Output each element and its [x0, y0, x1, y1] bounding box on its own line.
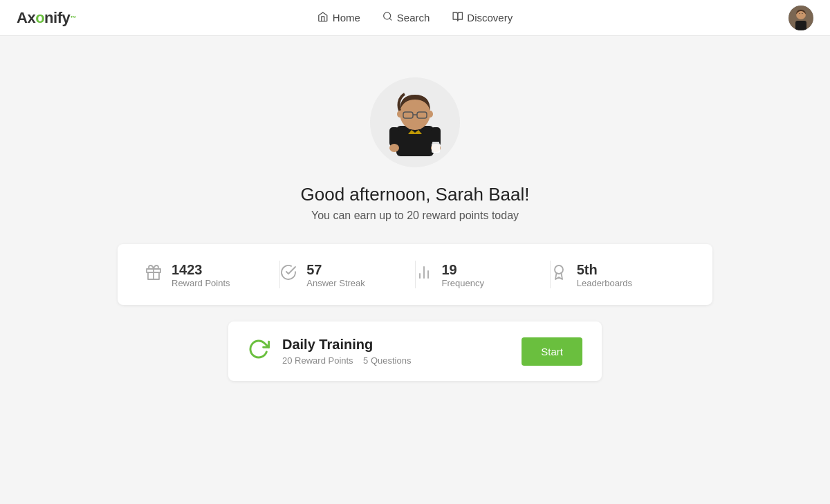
svg-rect-7 [396, 126, 434, 156]
check-circle-icon [280, 264, 297, 285]
frequency-label: Frequency [442, 278, 484, 288]
nav-discovery[interactable]: Discovery [452, 11, 513, 25]
reward-points-label: Reward Points [172, 278, 230, 288]
stat-answer-streak: 57 Answer Streak [280, 261, 414, 288]
training-info: Daily Training 20 Reward Points 5 Questi… [282, 337, 522, 366]
svg-point-19 [397, 111, 403, 118]
svg-rect-8 [389, 127, 399, 147]
search-icon [382, 11, 393, 24]
svg-rect-12 [432, 143, 440, 153]
training-card: Daily Training 20 Reward Points 5 Questi… [228, 321, 602, 381]
nav-home[interactable]: Home [317, 11, 360, 25]
logo: Axonify™ [17, 9, 76, 27]
training-meta: 20 Reward Points 5 Questions [282, 355, 522, 366]
stat-leaderboards: 5th Leaderboards [551, 261, 685, 288]
ribbon-icon [551, 264, 567, 285]
svg-rect-6 [802, 13, 803, 14]
answer-streak-value: 57 [306, 261, 365, 278]
header: Axonify™ Home Search [0, 0, 830, 36]
main-nav: Home Search Discovery [317, 11, 513, 25]
user-avatar[interactable] [788, 6, 813, 30]
answer-streak-label: Answer Streak [306, 278, 365, 288]
gift-icon [145, 264, 162, 285]
character-illustration [377, 84, 453, 160]
svg-point-10 [389, 144, 399, 152]
nav-search-label: Search [397, 12, 430, 24]
book-icon [452, 11, 463, 25]
home-icon [317, 11, 329, 25]
logo-text: Ax [17, 9, 35, 27]
svg-point-20 [427, 111, 433, 118]
svg-rect-13 [432, 142, 439, 144]
main-content: Good afternoon, Sarah Baal! You can earn… [0, 36, 830, 381]
nav-home-label: Home [333, 12, 360, 24]
stat-reward-points: 1423 Reward Points [145, 261, 279, 288]
svg-line-1 [389, 18, 391, 20]
greeting-title: Good afternoon, Sarah Baal! [300, 184, 529, 205]
cycle-icon [248, 338, 270, 365]
reward-points-value: 1423 [172, 261, 230, 278]
stat-frequency: 19 Frequency [416, 261, 550, 288]
bar-chart-icon [416, 264, 432, 285]
svg-rect-4 [795, 21, 806, 30]
greeting-subtitle: You can earn up to 20 reward points toda… [311, 209, 519, 222]
leaderboards-value: 5th [577, 261, 632, 278]
leaderboards-label: Leaderboards [577, 278, 632, 288]
training-title: Daily Training [282, 337, 522, 353]
training-points: 20 Reward Points [282, 355, 353, 366]
start-button[interactable]: Start [522, 337, 582, 366]
stats-card: 1423 Reward Points 57 Answer Streak [118, 244, 712, 305]
nav-search[interactable]: Search [382, 11, 430, 24]
training-questions: 5 Questions [363, 355, 411, 366]
nav-discovery-label: Discovery [467, 12, 513, 24]
character-avatar [370, 77, 460, 167]
svg-point-26 [555, 265, 563, 274]
frequency-value: 19 [442, 261, 484, 278]
svg-rect-5 [799, 13, 800, 14]
